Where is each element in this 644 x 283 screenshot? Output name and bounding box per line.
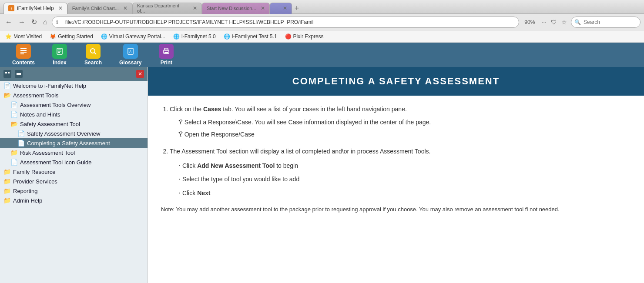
reload-button[interactable]: ↻ xyxy=(30,17,39,27)
bookmark-star-button[interactable]: ☆ xyxy=(560,18,568,27)
browser-titlebar: i iFamilyNet Help ✕ Family's Child Chart… xyxy=(0,0,644,14)
new-tab-button[interactable]: + xyxy=(292,3,302,14)
sidebar-icon-btn-1[interactable] xyxy=(3,70,11,78)
sidebar-item-icon-safety-assessment-tool: 📂 xyxy=(10,120,17,127)
bookmark-most-visited[interactable]: ⭐ Most Visited xyxy=(3,33,44,40)
tab3-close-btn[interactable]: ✕ xyxy=(193,5,197,11)
sidebar-item-provider-services[interactable]: 📁Provider Services xyxy=(0,176,148,186)
back-button[interactable]: ← xyxy=(3,17,14,27)
svg-rect-2 xyxy=(20,52,27,53)
sidebar-item-label-safety-assessment-tool: Safety Assessment Tool xyxy=(20,121,80,127)
sidebar-item-icon-risk-assessment-tool: 📁 xyxy=(10,149,17,156)
index-button[interactable]: Index xyxy=(45,42,74,67)
sidebar-item-icon-notes-hints: 📄 xyxy=(10,111,17,118)
home-button[interactable]: ⌂ xyxy=(41,17,49,27)
tab5-label xyxy=(275,6,278,11)
sidebar-item-assessment-tool-icon-guide[interactable]: 📄Assessment Tool Icon Guide xyxy=(0,157,148,167)
bullet1-pre: Click xyxy=(182,162,197,169)
sidebar-item-label-safety-assessment-overview: Safety Assessment Overview xyxy=(27,130,100,137)
shield-icon[interactable]: 🛡 xyxy=(550,18,558,27)
svg-rect-16 xyxy=(8,72,10,73)
bookmark-ifamilynet-50[interactable]: 🌐 i-Familynet 5.0 xyxy=(171,33,218,40)
tab-5[interactable]: ✕ xyxy=(270,3,292,14)
sidebar-item-label-assessment-tool-icon-guide: Assessment Tool Icon Guide xyxy=(20,159,92,166)
sidebar-item-assessment-tools-overview[interactable]: 📄Assessment Tools Overview xyxy=(0,100,148,110)
sidebar-item-label-family-resource: Family Resource xyxy=(13,169,56,175)
step1-sub-2: Open the Response/Case xyxy=(178,130,631,140)
step1-bold: Cases xyxy=(203,106,221,113)
glossary-button[interactable]: A Glossary xyxy=(112,42,148,67)
sidebar-item-icon-assessment-tools-overview: 📄 xyxy=(10,101,17,108)
bookmark-pixlr[interactable]: 🔴 Pixlr Express xyxy=(283,33,325,40)
sidebar-item-reporting[interactable]: 📁Reporting xyxy=(0,186,148,196)
sidebar-item-welcome[interactable]: 📄Welcome to i-FamilyNet Help xyxy=(0,81,148,90)
address-actions: ··· 🛡 ☆ xyxy=(540,18,568,27)
sidebar-item-label-completing-safety-assessment: Completing a Safety Assessment xyxy=(27,140,110,146)
sidebar-item-safety-assessment-tool[interactable]: 📂Safety Assessment Tool xyxy=(0,119,148,129)
sidebar-item-label-welcome: Welcome to i-FamilyNet Help xyxy=(13,83,86,89)
more-options-button[interactable]: ··· xyxy=(540,18,548,27)
sidebar-item-assessment-tools[interactable]: 📂Assessment Tools xyxy=(0,90,148,100)
contents-label: Contents xyxy=(12,60,35,66)
tab3-label: Kansas Department of... xyxy=(137,3,188,13)
content-header: COMPLETING A SAFETY ASSESSMENT xyxy=(148,67,644,96)
sidebar-item-icon-admin-help: 📁 xyxy=(3,197,10,204)
tab-close-btn[interactable]: ✕ xyxy=(58,5,63,11)
tab5-close-btn[interactable]: ✕ xyxy=(283,5,287,11)
tab-2[interactable]: Family's Child Chart... ✕ xyxy=(67,3,132,14)
sidebar: ✕ 📄Welcome to i-FamilyNet Help📂Assessmen… xyxy=(0,67,148,283)
tab2-close-btn[interactable]: ✕ xyxy=(123,5,127,11)
star-icon: ⭐ xyxy=(5,33,12,40)
sidebar-item-family-resource[interactable]: 📁Family Resource xyxy=(0,167,148,176)
sidebar-item-notes-hints[interactable]: 📄Notes and Hints xyxy=(0,110,148,119)
address-input[interactable] xyxy=(52,17,520,28)
print-button[interactable]: Print xyxy=(152,42,181,67)
tab-label: iFamilyNet Help xyxy=(17,5,54,11)
step-2: The Assessment Tool section will display… xyxy=(170,146,631,198)
address-wrapper: ℹ xyxy=(52,17,520,28)
zoom-level: 90% xyxy=(522,19,537,25)
help-toolbar: Contents Index Search A Glo xyxy=(0,43,644,67)
step2-text: The Assessment Tool section will display… xyxy=(170,148,430,155)
sidebar-close-button[interactable]: ✕ xyxy=(136,70,144,78)
tab-3[interactable]: Kansas Department of... ✕ xyxy=(132,3,202,14)
bookmark-ifamilynet-test[interactable]: 🌐 i-Familynet Test 5.1 xyxy=(222,33,279,40)
search-icon-box xyxy=(86,44,101,59)
tab2-label: Family's Child Chart... xyxy=(72,6,119,11)
sidebar-icon-btn-2[interactable] xyxy=(15,70,23,78)
bullet-3: Click Next xyxy=(178,187,631,199)
bookmark-getting-started[interactable]: 🦊 Getting Started xyxy=(48,33,95,40)
sidebar-item-label-provider-services: Provider Services xyxy=(13,178,57,185)
sidebar-item-label-assessment-tools: Assessment Tools xyxy=(13,92,59,99)
contents-icon xyxy=(16,44,31,59)
bullet3-bold: Next xyxy=(197,190,210,196)
tab-active[interactable]: i iFamilyNet Help ✕ xyxy=(3,3,67,14)
svg-rect-6 xyxy=(58,51,61,52)
content-body: Click on the Cases tab. You will see a l… xyxy=(148,96,644,223)
step1-sublist: Select a Response\Case. You will see Cas… xyxy=(170,117,631,140)
search-button[interactable]: Search xyxy=(77,42,109,67)
tab-4[interactable]: Start New Discussion... ✕ xyxy=(202,3,270,14)
sidebar-item-risk-assessment-tool[interactable]: 📁Risk Assessment Tool xyxy=(0,148,148,157)
bookmark-virtual-gateway[interactable]: 🌐 Virtual Gateway Portal... xyxy=(99,33,167,40)
svg-rect-0 xyxy=(20,48,27,49)
note-text: Note: You may add another assessment too… xyxy=(161,205,631,214)
index-icon xyxy=(52,44,67,59)
bookmark-label-1: Getting Started xyxy=(58,33,93,40)
tab4-close-btn[interactable]: ✕ xyxy=(261,5,265,11)
search-wrapper: 🔍 xyxy=(571,17,641,28)
bullet1-post: to begin xyxy=(275,162,298,169)
sidebar-item-safety-assessment-overview[interactable]: 📄Safety Assessment Overview xyxy=(0,129,148,138)
sidebar-item-icon-reporting: 📁 xyxy=(3,187,10,194)
sidebar-item-admin-help[interactable]: 📁Admin Help xyxy=(0,196,148,205)
forward-button[interactable]: → xyxy=(17,17,27,27)
contents-button[interactable]: Contents xyxy=(5,42,42,67)
sidebar-item-icon-assessment-tool-icon-guide: 📄 xyxy=(10,159,17,166)
sidebar-item-completing-safety-assessment[interactable]: 📄Completing a Safety Assessment xyxy=(0,138,148,148)
browser-search-input[interactable] xyxy=(571,17,641,28)
address-bar: ← → ↻ ⌂ ℹ 90% ··· 🛡 ☆ 🔍 xyxy=(0,14,644,30)
content-area: COMPLETING A SAFETY ASSESSMENT Click on … xyxy=(148,67,644,283)
search-icon: 🔍 xyxy=(574,19,581,25)
sidebar-item-icon-provider-services: 📁 xyxy=(3,178,10,185)
print-label: Print xyxy=(161,60,172,66)
